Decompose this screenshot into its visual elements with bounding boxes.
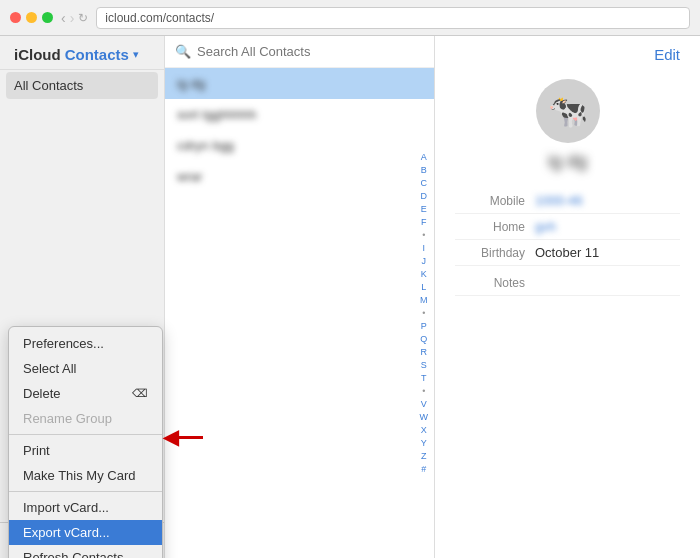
context-menu: Preferences... Select All Delete ⌫ Renam… [8,326,163,558]
detail-content: 🐄 ig dg Mobile 1000-46 Home gvh Birthday… [435,69,700,306]
make-my-card-label: Make This My Card [23,468,135,483]
alpha-z[interactable]: Z [420,450,429,463]
select-all-label: Select All [23,361,76,376]
alpha-v[interactable]: V [420,398,429,411]
context-menu-make-my-card[interactable]: Make This My Card [9,463,162,488]
browser-dot-red [10,12,21,23]
context-menu-preferences[interactable]: Preferences... [9,331,162,356]
birthday-label: Birthday [455,245,525,260]
alpha-x[interactable]: X [420,424,429,437]
alpha-t[interactable]: T [420,372,429,385]
rename-group-label: Rename Group [23,411,112,426]
detail-panel: Edit 🐄 ig dg Mobile 1000-46 Home gvh Bir… [435,36,700,558]
contact-item-3[interactable]: wrar [165,161,434,192]
arrow-line [175,436,203,439]
search-bar: 🔍 [165,36,434,68]
sidebar-item-all-contacts[interactable]: All Contacts [6,72,158,99]
contact-name-2: cdryn bgg [177,138,234,153]
alpha-l[interactable]: L [420,281,429,294]
alpha-y[interactable]: Y [420,437,429,450]
context-menu-select-all[interactable]: Select All [9,356,162,381]
alpha-dot3: • [420,385,429,398]
alpha-j[interactable]: J [420,255,429,268]
back-icon[interactable]: ‹ [61,10,66,26]
detail-row-birthday: Birthday October 11 [455,240,680,266]
delete-label: Delete [23,386,61,401]
alpha-d[interactable]: D [420,190,429,203]
alpha-a[interactable]: A [420,151,429,164]
avatar: 🐄 [536,79,600,143]
alpha-dot2: • [420,307,429,320]
contact-item-1[interactable]: sort tgghhhhh [165,99,434,130]
browser-dot-yellow [26,12,37,23]
delete-icon: ⌫ [132,387,148,400]
browser-dots [10,12,53,23]
context-menu-print[interactable]: Print [9,438,162,463]
context-menu-export-vcard[interactable]: Export vCard... [9,520,162,545]
context-menu-rename-group: Rename Group [9,406,162,431]
mobile-label: Mobile [455,193,525,208]
edit-button[interactable]: Edit [654,46,680,63]
refresh-icon[interactable]: ↻ [78,11,88,25]
notes-label: Notes [455,271,525,290]
detail-fields: Mobile 1000-46 Home gvh Birthday October… [455,188,680,296]
context-menu-import-vcard[interactable]: Import vCard... [9,495,162,520]
alpha-dot1: • [420,229,429,242]
browser-bar: ‹ › ↻ icloud.com/contacts/ [0,0,700,36]
context-menu-separator-2 [9,491,162,492]
browser-dot-green [42,12,53,23]
alpha-index: A B C D E F • I J K L M • P Q R S T • V [420,68,429,558]
home-label: Home [455,219,525,234]
detail-row-notes: Notes [455,266,680,296]
alpha-i[interactable]: I [420,242,429,255]
search-input[interactable] [197,44,424,59]
alpha-m[interactable]: M [420,294,429,307]
alpha-f[interactable]: F [420,216,429,229]
app-container: iCloud Contacts ▾ All Contacts Preferenc… [0,36,700,558]
alpha-k[interactable]: K [420,268,429,281]
forward-icon[interactable]: › [70,10,75,26]
browser-url-bar[interactable]: icloud.com/contacts/ [96,7,690,29]
detail-row-mobile: Mobile 1000-46 [455,188,680,214]
sidebar: iCloud Contacts ▾ All Contacts Preferenc… [0,36,165,558]
import-vcard-label: Import vCard... [23,500,109,515]
app-name-blue: Contacts [65,46,129,63]
alpha-b[interactable]: B [420,164,429,177]
context-menu-separator-1 [9,434,162,435]
detail-row-home: Home gvh [455,214,680,240]
mobile-value[interactable]: 1000-46 [535,193,583,208]
refresh-contacts-label: Refresh Contacts [23,550,123,558]
alpha-hash[interactable]: # [420,463,429,476]
contact-full-name: ig dg [548,151,587,172]
contact-name-3: wrar [177,169,202,184]
contacts-panel: 🔍 ig dg sort tgghhhhh cdryn bgg wrar A B… [165,36,435,558]
avatar-emoji: 🐄 [548,92,588,130]
url-text: icloud.com/contacts/ [105,11,214,25]
sidebar-header: iCloud Contacts ▾ [0,36,164,70]
browser-nav: ‹ › ↻ [61,10,88,26]
contact-item-0[interactable]: ig dg [165,68,434,99]
home-value[interactable]: gvh [535,219,556,234]
context-menu-delete[interactable]: Delete ⌫ [9,381,162,406]
alpha-s[interactable]: S [420,359,429,372]
contact-name-0: ig dg [177,76,205,91]
contact-list: ig dg sort tgghhhhh cdryn bgg wrar A B C… [165,68,434,558]
alpha-q[interactable]: Q [420,333,429,346]
detail-header: Edit [435,36,700,69]
contact-item-2[interactable]: cdryn bgg [165,130,434,161]
contact-name-1: sort tgghhhhh [177,107,257,122]
alpha-e[interactable]: E [420,203,429,216]
export-vcard-label: Export vCard... [23,525,110,540]
context-menu-refresh[interactable]: Refresh Contacts [9,545,162,558]
chevron-down-icon[interactable]: ▾ [133,48,139,61]
alpha-c[interactable]: C [420,177,429,190]
birthday-value: October 11 [535,245,599,260]
alpha-r[interactable]: R [420,346,429,359]
alpha-p[interactable]: P [420,320,429,333]
arrow-indicator: ◀ [163,425,203,449]
alpha-w[interactable]: W [420,411,429,424]
all-contacts-label: All Contacts [14,78,83,93]
search-icon: 🔍 [175,44,191,59]
app-name: iCloud [14,46,61,63]
preferences-label: Preferences... [23,336,104,351]
